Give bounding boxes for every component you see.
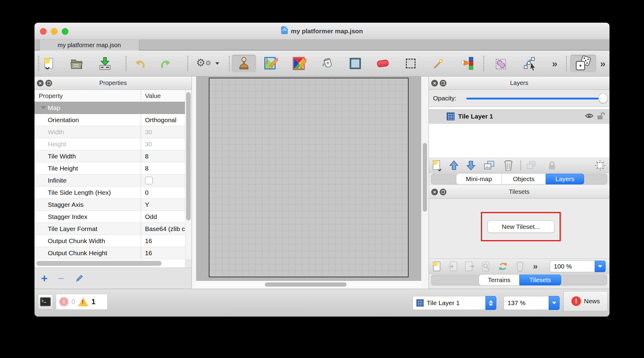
current-layer-value[interactable]: Tile Layer 1 xyxy=(412,296,485,310)
select-objects-button[interactable] xyxy=(493,55,510,72)
opacity-slider[interactable] xyxy=(466,98,599,99)
shape-fill-button[interactable] xyxy=(347,55,364,72)
layer-list[interactable]: Tile Layer 1 xyxy=(429,107,610,158)
table-row[interactable]: Output Chunk Height 16 xyxy=(34,247,192,259)
undo-button[interactable] xyxy=(131,55,148,72)
minimize-window-button[interactable] xyxy=(51,28,58,35)
table-row[interactable]: Height 30 xyxy=(34,138,192,150)
edit-polygons-button[interactable] xyxy=(522,55,539,72)
table-row[interactable]: Tile Width 8 xyxy=(34,150,192,162)
document-tab[interactable]: my platformer map.json xyxy=(39,40,139,50)
delete-layer-button[interactable] xyxy=(501,159,515,171)
tileset-zoom-combo[interactable]: 100 % xyxy=(550,261,606,272)
reload-tileset-button[interactable] xyxy=(496,260,510,272)
tile-grid[interactable] xyxy=(209,78,409,277)
layer-unlocked-icon[interactable] xyxy=(597,111,605,122)
table-row[interactable]: Infinite xyxy=(34,174,192,187)
float-panel-icon[interactable]: ❐ xyxy=(45,80,52,86)
collapse-triangle-icon[interactable] xyxy=(41,106,46,109)
new-tileset-toolbar-button[interactable] xyxy=(430,260,444,272)
table-row[interactable]: Stagger Axis Y xyxy=(34,199,192,211)
toolbar-overflow-button[interactable]: » xyxy=(547,55,562,72)
toolbar-overflow-button-2[interactable]: » xyxy=(597,55,609,72)
scrollbar-thumb[interactable] xyxy=(186,92,191,220)
new-tileset-button[interactable]: New Tileset... xyxy=(488,220,554,233)
lower-layer-button[interactable] xyxy=(464,159,478,171)
table-row[interactable]: Tile Layer Format Base64 (zlib compresse… xyxy=(34,223,192,235)
close-window-button[interactable] xyxy=(40,28,47,35)
close-panel-icon[interactable]: ✕ xyxy=(37,80,44,86)
scrollbar-thumb[interactable] xyxy=(265,282,347,287)
tab-objects[interactable]: Objects xyxy=(501,174,546,184)
infinite-checkbox[interactable] xyxy=(145,177,153,184)
stamp-brush-button[interactable] xyxy=(232,55,256,72)
export-tileset-button[interactable] xyxy=(463,260,477,272)
table-row[interactable]: Orientation Orthogonal xyxy=(34,114,192,126)
new-map-button[interactable] xyxy=(41,55,58,72)
open-file-button[interactable] xyxy=(68,55,85,72)
raise-layer-button[interactable] xyxy=(447,159,461,171)
news-button[interactable]: ! News xyxy=(564,291,608,311)
remove-property-button[interactable]: − xyxy=(58,273,64,284)
issues-counter[interactable]: ! 0 1 xyxy=(56,294,107,310)
properties-vertical-scrollbar[interactable] xyxy=(185,90,192,259)
table-row[interactable]: Stagger Index Odd xyxy=(34,211,192,223)
show-hide-layers-button[interactable] xyxy=(524,159,538,171)
float-panel-icon[interactable]: ❐ xyxy=(440,80,446,86)
map-view[interactable] xyxy=(192,76,429,289)
close-panel-icon[interactable]: ✕ xyxy=(431,189,438,195)
close-panel-icon[interactable]: ✕ xyxy=(431,80,438,86)
tileset-zoom-value[interactable]: 100 % xyxy=(550,261,595,272)
zoom-value[interactable]: 137 % xyxy=(504,296,549,310)
tileset-zoom-dropdown-button[interactable] xyxy=(595,261,606,272)
execute-command-button[interactable]: ⚙ ⚙ xyxy=(194,55,222,72)
eraser-button[interactable] xyxy=(374,55,391,72)
magic-wand-button[interactable] xyxy=(430,55,447,72)
map-horizontal-scrollbar[interactable] xyxy=(196,281,421,288)
zoom-combo[interactable]: 137 % xyxy=(504,296,560,310)
table-row[interactable]: Width 30 xyxy=(34,126,192,138)
edit-tileset-button[interactable] xyxy=(479,260,493,272)
layer-visibility-eye-icon[interactable] xyxy=(585,112,594,121)
wang-brush-button[interactable] xyxy=(291,55,308,72)
lock-layers-button[interactable] xyxy=(545,159,559,171)
same-tile-select-button[interactable] xyxy=(459,55,476,72)
table-row[interactable]: Tile Height 8 xyxy=(34,162,192,174)
map-vertical-scrollbar[interactable] xyxy=(422,76,428,280)
tab-tilesets[interactable]: Tilesets xyxy=(519,275,561,285)
layer-row-selected[interactable]: Tile Layer 1 xyxy=(429,109,610,124)
scrollbar-thumb[interactable] xyxy=(423,143,427,212)
bucket-fill-button[interactable] xyxy=(319,55,336,72)
current-layer-combo[interactable]: Tile Layer 1 xyxy=(412,296,496,310)
scrollbar-thumb[interactable] xyxy=(36,261,162,266)
current-layer-spinner[interactable] xyxy=(485,296,496,310)
properties-horizontal-scrollbar[interactable] xyxy=(34,259,185,268)
save-file-button[interactable] xyxy=(97,55,113,72)
redo-button[interactable] xyxy=(157,55,174,72)
new-layer-button[interactable] xyxy=(430,159,444,171)
float-panel-icon[interactable]: ❐ xyxy=(440,189,446,195)
duplicate-layer-button[interactable] xyxy=(482,159,496,171)
add-property-button[interactable]: + xyxy=(41,273,48,284)
table-row[interactable]: Tile Side Length (Hex) 0 xyxy=(34,187,192,199)
zoom-dropdown-button[interactable] xyxy=(549,296,560,310)
opacity-slider-handle[interactable] xyxy=(599,93,608,103)
highlight-current-layer-button[interactable] xyxy=(593,159,607,171)
tab-terrains[interactable]: Terrains xyxy=(479,275,519,285)
zoom-window-button[interactable] xyxy=(62,28,68,35)
shape-fill-icon xyxy=(349,57,362,70)
edit-property-button[interactable] xyxy=(74,274,84,283)
console-button[interactable] xyxy=(38,294,53,309)
map-section-row[interactable]: Map xyxy=(34,102,192,114)
map-canvas[interactable] xyxy=(196,76,421,281)
terrain-brush-button[interactable] xyxy=(262,55,279,72)
rect-select-button[interactable] xyxy=(402,55,419,72)
tab-mini-map[interactable]: Mini-map xyxy=(456,174,501,184)
tilesets-overflow-button[interactable]: » xyxy=(529,260,541,272)
toolbar-separator xyxy=(126,56,126,71)
random-mode-button[interactable] xyxy=(570,55,596,72)
delete-tileset-button[interactable] xyxy=(513,260,527,272)
import-tileset-button[interactable] xyxy=(446,260,460,272)
tab-layers[interactable]: Layers xyxy=(546,174,584,184)
table-row[interactable]: Output Chunk Width 16 xyxy=(34,235,192,247)
